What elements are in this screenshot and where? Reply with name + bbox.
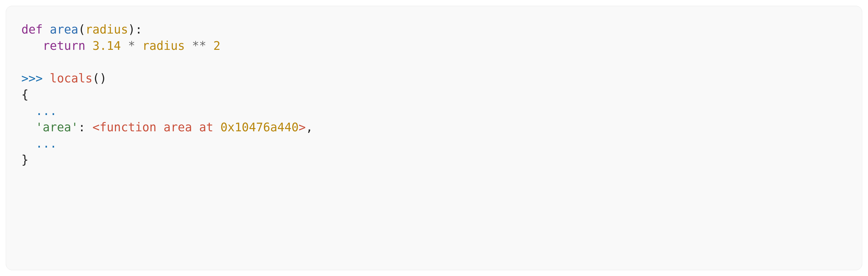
indent	[21, 104, 36, 118]
space	[43, 23, 50, 36]
keyword-return: return	[43, 39, 86, 53]
paren-close: )	[128, 23, 135, 36]
space	[214, 120, 220, 134]
comma: ,	[306, 120, 313, 134]
indent	[21, 120, 36, 134]
space	[85, 39, 92, 53]
code-line-2: return 3.14 * radius ** 2	[21, 39, 220, 53]
indent	[21, 137, 36, 150]
code-line-9: }	[21, 153, 28, 167]
literal-exp: 2	[214, 39, 220, 53]
angle-open: <	[93, 120, 99, 134]
function-name: area	[50, 23, 78, 36]
ellipsis: ...	[36, 104, 57, 118]
indent	[21, 39, 43, 53]
space	[135, 39, 142, 53]
repl-prompt: >>>	[21, 72, 43, 85]
paren-open: (	[78, 23, 85, 36]
ellipsis: ...	[36, 137, 57, 150]
brace-open: {	[21, 88, 28, 102]
call-locals: locals	[50, 72, 93, 85]
colon: :	[78, 120, 85, 134]
var-radius: radius	[142, 39, 185, 53]
space	[86, 120, 93, 134]
space	[206, 39, 213, 53]
code-line-7: 'area': <function area at 0x10476a440>,	[21, 120, 313, 134]
op-mul: *	[128, 39, 135, 53]
code-line-8: ...	[21, 137, 57, 150]
brace-close: }	[21, 153, 28, 167]
angle-close: >	[299, 120, 306, 134]
colon: :	[135, 23, 142, 36]
space	[43, 72, 50, 85]
param-radius: radius	[86, 23, 128, 36]
space	[156, 120, 163, 134]
space	[192, 120, 199, 134]
repr-name: area	[164, 120, 192, 134]
repr-class: function	[99, 120, 156, 134]
literal-pi: 3.14	[93, 39, 121, 53]
op-pow: **	[192, 39, 207, 53]
space	[185, 39, 192, 53]
code-line-1: def area(radius):	[21, 23, 142, 36]
dict-key-area: 'area'	[36, 120, 79, 134]
repr-addr: 0x10476a440	[220, 120, 299, 134]
code-line-6: ...	[21, 104, 57, 118]
keyword-def: def	[21, 23, 43, 36]
paren-close: )	[99, 72, 106, 85]
space	[121, 39, 128, 53]
code-line-5: {	[21, 88, 28, 102]
paren-open: (	[93, 72, 99, 85]
code-line-4: >>> locals()	[21, 72, 106, 85]
repr-at: at	[199, 120, 214, 134]
code-block: def area(radius): return 3.14 * radius *…	[6, 6, 862, 270]
